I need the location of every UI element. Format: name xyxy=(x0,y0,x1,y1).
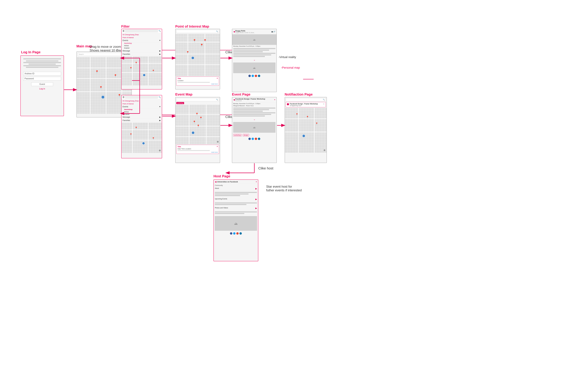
tag-workshop: workshop xyxy=(233,134,242,136)
event-page-frame: ◀ Facebook Design: Framer Workshop Faceb… xyxy=(232,97,277,163)
filter2-user: Hi Chengchang Zhao xyxy=(122,99,162,103)
notification-label: Notifiaction Page xyxy=(285,92,313,97)
host-name: Universities on Facebook xyxy=(217,181,255,183)
login-frame: Andrew ID Password Guest Log in xyxy=(20,56,64,116)
star-desc2: futher events if interested xyxy=(266,189,302,192)
filter2-message[interactable]: Message▶ xyxy=(122,115,162,119)
filter-career[interactable]: #career xyxy=(122,47,162,49)
poi-date: Monday, November 9 at 8:00 pm - 9:30pm xyxy=(232,45,277,48)
filter2-favorites[interactable]: Favorites▶ xyxy=(122,119,162,122)
filter-events[interactable]: Events▼ xyxy=(122,39,162,42)
host-page-label: Host Page xyxy=(214,174,230,178)
event-page-name: Facebook Design: Framer Workshop xyxy=(235,98,274,100)
login-button[interactable]: Log in xyxy=(21,88,64,90)
filter-message[interactable]: Message▶ xyxy=(122,49,162,53)
poi-popup-title: Title xyxy=(177,77,218,79)
virtual-reality-label: Virtual reality xyxy=(279,56,296,59)
host-back-btn[interactable]: ◀ xyxy=(215,181,216,183)
filter-top-frame: ☰ 🔍 Hi Chengchang Zhao Point of Interest… xyxy=(121,29,162,90)
filter-bottom-frame: ☰ 🔍 Hi Chengchang Zhao Point of Interest… xyxy=(121,95,162,158)
filter-top-label: Filter xyxy=(121,24,130,28)
poi-map-label: Point of Interest Map xyxy=(175,24,209,28)
event-back-btn[interactable]: ◀ xyxy=(233,98,235,101)
andrew-id-field[interactable]: Andrew ID xyxy=(23,72,61,76)
event-popup-title: Title xyxy=(177,146,218,148)
main-map-desc1: Drag to move or zoom xyxy=(90,45,121,49)
filter2-show[interactable]: #show xyxy=(122,111,162,113)
notif-title: Facebook Design : Framer Workshop xyxy=(290,103,322,105)
filter2-career[interactable]: #career xyxy=(122,113,162,115)
event-map-tag: workshop xyxy=(176,102,184,104)
notification-frame: 🔍 Facebook Design : Framer Workshop & ha… xyxy=(285,97,327,163)
host-page-frame: ◀ Universities on Facebook ★ Community A… xyxy=(214,179,258,261)
personal-map-label: Personal map xyxy=(282,66,300,70)
host-photos-videos-row[interactable]: Photos and Videos ▶ xyxy=(214,206,258,210)
host-upcoming-events-row[interactable]: Upcoming Events ▶ xyxy=(214,197,258,201)
filter-poi: Point of Interest xyxy=(122,36,162,39)
host-about-row[interactable]: About ▶ xyxy=(214,187,258,190)
guest-button[interactable]: Guest xyxy=(31,82,53,86)
filter-show[interactable]: #show xyxy=(122,44,162,47)
event-page-label: Event Page xyxy=(232,92,250,97)
poi-back-btn[interactable]: ◀ xyxy=(233,30,235,33)
login-page-label: Log In Page xyxy=(21,50,41,54)
event-map-frame: 🔍 workshop 📍 📍 📍 📍 ⊕ ✕ Title Date Time L… xyxy=(175,97,220,163)
password-field[interactable]: Password xyxy=(23,77,61,80)
poi-map-frame: 🔍 📍 📍 📍 📍 ✕ Title Location read more xyxy=(175,29,220,90)
poi-title: Buggy Rolls xyxy=(235,30,271,32)
poi-popup-readmore[interactable]: read more xyxy=(177,83,218,85)
event-map-label: Event Map xyxy=(175,92,192,97)
notif-close[interactable]: ✕ xyxy=(323,103,324,105)
filter2-poi: Point of Interest xyxy=(122,103,162,105)
event-popup-info: Date Time Location xyxy=(177,148,218,150)
filter2-events[interactable]: Events▼ xyxy=(122,105,162,108)
poi-popup-location: Location xyxy=(177,80,218,82)
notif-body: & happening now ! xyxy=(290,105,322,106)
event-page-host: Facebook xyxy=(235,100,274,101)
poi-detail-frame: ◀ Buggy Rolls Digital Media Center & Lib… xyxy=(232,29,277,92)
filter-workshop[interactable]: #workshop xyxy=(122,42,162,44)
event-page-location: Wiegand Mansion - Room 4111 xyxy=(232,105,277,107)
poi-subtitle: Digital Media Center & Librar... xyxy=(235,32,271,33)
event-page-date: Monday, November 9 at 8:00 pm - 9:30pm xyxy=(232,102,277,105)
tag-design: design xyxy=(243,134,249,136)
filter-user: Hi Chengchang Zhao xyxy=(122,33,162,36)
event-popup-readmore[interactable]: read more xyxy=(177,151,218,153)
filter2-workshop[interactable]: #workshop xyxy=(122,108,162,111)
clike-host-label: Clike host xyxy=(258,166,273,170)
star-desc: Star event host for xyxy=(266,185,292,189)
host-community: Community xyxy=(214,184,258,187)
filter-favorites[interactable]: Favorites▶ xyxy=(122,53,162,56)
